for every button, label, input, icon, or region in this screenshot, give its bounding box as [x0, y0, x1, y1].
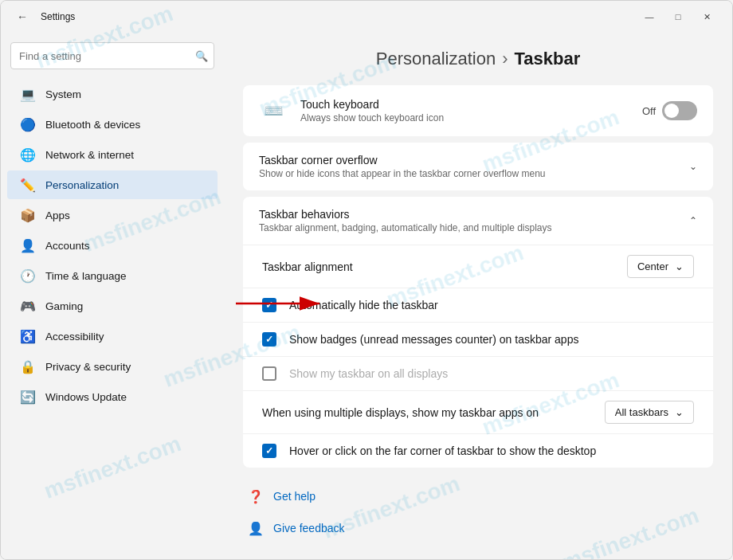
chevron-down-icon: ⌄	[689, 161, 697, 172]
taskbar-corner-overflow-card: Taskbar corner overflow Show or hide ico…	[243, 143, 713, 190]
window-title: Settings	[41, 11, 75, 22]
taskbar-behaviors-desc: Taskbar alignment, badging, automaticall…	[259, 222, 689, 233]
sidebar-item-apps-label: Apps	[45, 210, 70, 221]
get-help-label: Get help	[273, 490, 316, 503]
get-help-link[interactable]: ❓ Get help	[246, 480, 713, 512]
sidebar-item-accounts[interactable]: 👤 Accounts	[7, 231, 218, 260]
title-bar-left: ← Settings	[14, 9, 75, 25]
sidebar-item-time[interactable]: 🕐 Time & language	[7, 261, 218, 290]
window-controls: — □ ✕	[637, 7, 719, 26]
sidebar-item-network[interactable]: 🌐 Network & internet	[7, 140, 218, 169]
sidebar-item-bluetooth-label: Bluetooth & devices	[45, 119, 140, 131]
checkmark-icon-2: ✓	[265, 334, 273, 345]
taskbar-corner-overflow-title: Taskbar corner overflow	[259, 154, 689, 166]
show-badges-checkbox[interactable]: ✓	[262, 332, 276, 347]
sidebar-item-gaming-label: Gaming	[45, 300, 83, 312]
checkmark-icon-4: ✓	[265, 445, 273, 456]
keyboard-icon: ⌨️	[259, 96, 288, 125]
sidebar-item-gaming[interactable]: 🎮 Gaming	[7, 292, 218, 320]
main-layout: 🔍 💻 System 🔵 Bluetooth & devices 🌐 Netwo…	[1, 33, 732, 559]
show-all-displays-label: Show my taskbar on all displays	[289, 367, 694, 380]
toggle-state-label: Off	[642, 105, 656, 117]
taskbar-behaviors-text: Taskbar behaviors Taskbar alignment, bad…	[259, 208, 689, 233]
sidebar-item-system-label: System	[45, 88, 81, 100]
back-button[interactable]: ←	[14, 9, 31, 25]
taskbar-behaviors-header[interactable]: Taskbar behaviors Taskbar alignment, bad…	[243, 197, 713, 245]
maximize-button[interactable]: □	[665, 7, 691, 26]
dropdown-chevron-icon: ⌄	[675, 260, 684, 272]
sidebar-item-update-label: Windows Update	[45, 391, 127, 403]
taskbar-alignment-row: Taskbar alignment Center ⌄	[243, 245, 713, 288]
give-feedback-link[interactable]: 👤 Give feedback	[246, 512, 713, 544]
multiple-displays-value: All taskbars	[615, 406, 668, 418]
touch-keyboard-title: Touch keyboard	[300, 98, 629, 111]
touch-keyboard-row: ⌨️ Touch keyboard Always show touch keyb…	[243, 85, 713, 136]
multiple-displays-dropdown[interactable]: All taskbars ⌄	[605, 401, 694, 424]
taskbar-behaviors-title: Taskbar behaviors	[259, 208, 689, 221]
taskbar-corner-overflow-text: Taskbar corner overflow Show or hide ico…	[259, 154, 689, 179]
sidebar-item-privacy[interactable]: 🔒 Privacy & security	[7, 352, 218, 381]
auto-hide-checkbox[interactable]: ✓	[262, 298, 276, 312]
sidebar-item-accounts-label: Accounts	[45, 240, 90, 252]
far-corner-checkbox[interactable]: ✓	[262, 444, 276, 458]
show-badges-row: ✓ Show badges (unread messages counter) …	[243, 323, 713, 357]
breadcrumb-current: Taskbar	[515, 49, 581, 69]
sidebar-item-network-label: Network & internet	[45, 149, 134, 161]
update-icon: 🔄	[20, 389, 36, 405]
get-help-icon: ❓	[246, 487, 265, 506]
auto-hide-label: Automatically hide the taskbar	[289, 299, 694, 311]
auto-hide-row: ✓ Automatically hide the taskbar	[243, 288, 713, 323]
breadcrumb-separator: ›	[502, 49, 508, 69]
sidebar-item-accessibility-label: Accessibility	[45, 331, 104, 343]
apps-icon: 📦	[20, 207, 36, 223]
links-section: ❓ Get help 👤 Give feedback	[243, 480, 713, 544]
bluetooth-icon: 🔵	[20, 116, 36, 132]
taskbar-corner-overflow-header[interactable]: Taskbar corner overflow Show or hide ico…	[243, 143, 713, 190]
breadcrumb-parent: Personalization	[376, 49, 496, 69]
sidebar-item-windows-update[interactable]: 🔄 Windows Update	[7, 382, 218, 411]
sidebar-item-personalization[interactable]: ✏️ Personalization	[7, 170, 218, 199]
time-icon: 🕐	[20, 268, 36, 284]
minimize-button[interactable]: —	[637, 7, 662, 26]
touch-keyboard-control: Off	[642, 101, 697, 120]
gaming-icon: 🎮	[20, 298, 36, 314]
give-feedback-icon: 👤	[246, 519, 265, 538]
touch-keyboard-toggle[interactable]	[662, 101, 697, 120]
sidebar-item-accessibility[interactable]: ♿ Accessibility	[7, 322, 218, 350]
show-all-displays-checkbox[interactable]	[262, 366, 276, 381]
toggle-knob	[664, 104, 679, 118]
sidebar-item-time-label: Time & language	[45, 270, 127, 282]
sidebar: 🔍 💻 System 🔵 Bluetooth & devices 🌐 Netwo…	[1, 33, 224, 559]
page-header: Personalization › Taskbar	[243, 49, 713, 69]
content-area: Personalization › Taskbar ⌨️ Touch keybo…	[224, 33, 732, 559]
personalization-icon: ✏️	[20, 177, 36, 193]
show-badges-label: Show badges (unread messages counter) on…	[289, 333, 694, 346]
taskbar-behaviors-card: Taskbar behaviors Taskbar alignment, bad…	[243, 197, 713, 468]
multiple-displays-chevron-icon: ⌄	[675, 406, 684, 418]
search-box: 🔍	[10, 42, 214, 69]
multiple-displays-row: When using multiple displays, show my ta…	[243, 391, 713, 434]
far-corner-label: Hover or click on the far corner of task…	[289, 444, 694, 457]
search-icon: 🔍	[195, 50, 208, 62]
taskbar-alignment-label: Taskbar alignment	[262, 260, 614, 273]
touch-keyboard-text: Touch keyboard Always show touch keyboar…	[300, 98, 629, 123]
sidebar-item-system[interactable]: 💻 System	[7, 80, 218, 108]
sidebar-item-apps[interactable]: 📦 Apps	[7, 201, 218, 229]
taskbar-alignment-dropdown[interactable]: Center ⌄	[627, 255, 694, 278]
checkmark-icon: ✓	[265, 300, 273, 311]
network-icon: 🌐	[20, 147, 36, 163]
alignment-value: Center	[637, 260, 668, 272]
close-button[interactable]: ✕	[694, 7, 719, 26]
search-input[interactable]	[10, 42, 214, 69]
taskbar-corner-overflow-desc: Show or hide icons that appear in the ta…	[259, 168, 689, 179]
sidebar-item-privacy-label: Privacy & security	[45, 361, 131, 373]
title-bar: ← Settings — □ ✕	[1, 1, 732, 33]
settings-window: ← Settings — □ ✕ 🔍 💻 System 🔵 Bluetooth …	[0, 0, 733, 560]
privacy-icon: 🔒	[20, 358, 36, 374]
multiple-displays-label: When using multiple displays, show my ta…	[262, 406, 592, 419]
show-all-displays-row: Show my taskbar on all displays	[243, 357, 713, 391]
sidebar-item-bluetooth[interactable]: 🔵 Bluetooth & devices	[7, 110, 218, 139]
far-corner-row: ✓ Hover or click on the far corner of ta…	[243, 434, 713, 468]
accessibility-icon: ♿	[20, 328, 36, 344]
sidebar-item-personalization-label: Personalization	[45, 179, 119, 191]
